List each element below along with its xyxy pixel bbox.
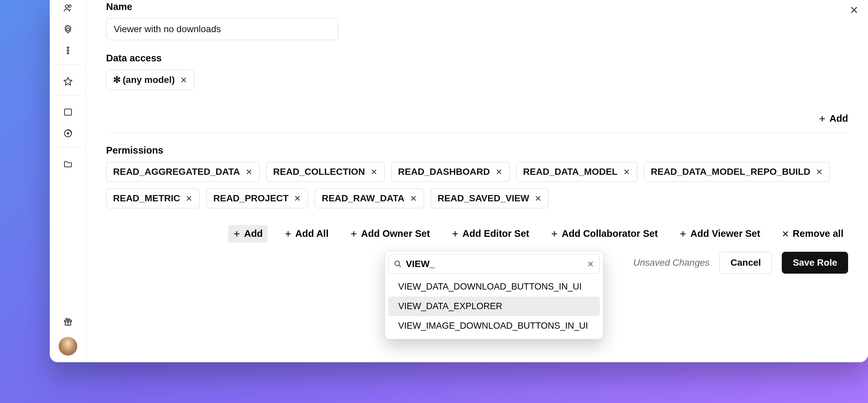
main-panel: Name Data access ✻(any model) Add Permis… bbox=[86, 0, 868, 362]
remove-chip-icon[interactable] bbox=[816, 168, 823, 176]
chip-label: READ_SAVED_VIEW bbox=[438, 193, 529, 204]
svg-marker-6 bbox=[64, 77, 72, 85]
add-data-access-button[interactable]: Add bbox=[818, 113, 848, 124]
app-window: Name Data access ✻(any model) Add Permis… bbox=[50, 0, 868, 362]
search-icon bbox=[394, 260, 402, 268]
permission-chip: READ_COLLECTION bbox=[266, 162, 384, 182]
data-access-label: Data access bbox=[106, 53, 848, 64]
dropdown-search-input[interactable] bbox=[406, 259, 583, 269]
svg-point-5 bbox=[67, 53, 69, 54]
permission-chip: READ_DATA_MODEL_REPO_BUILD bbox=[644, 162, 830, 182]
permission-chip: READ_PROJECT bbox=[206, 188, 308, 208]
name-input[interactable] bbox=[106, 18, 338, 40]
gear-icon[interactable] bbox=[62, 23, 74, 35]
add-editor-set-button[interactable]: Add Editor Set bbox=[446, 225, 534, 243]
remove-chip-icon[interactable] bbox=[370, 168, 378, 176]
remove-chip-icon[interactable] bbox=[294, 195, 301, 202]
remove-chip-icon[interactable] bbox=[410, 195, 417, 202]
dropdown-item[interactable]: VIEW_DATA_DOWNLOAD_BUTTONS_IN_UI bbox=[388, 277, 600, 297]
section-divider bbox=[106, 133, 848, 133]
avatar[interactable] bbox=[59, 337, 77, 355]
svg-point-12 bbox=[395, 261, 400, 266]
svg-point-1 bbox=[69, 5, 71, 7]
chip-label: READ_RAW_DATA bbox=[321, 193, 404, 204]
svg-point-0 bbox=[65, 5, 68, 8]
chip-label: READ_COLLECTION bbox=[273, 166, 365, 177]
svg-rect-7 bbox=[64, 109, 71, 116]
chip-label: READ_DASHBOARD bbox=[398, 166, 490, 177]
remove-chip-icon[interactable] bbox=[185, 195, 193, 202]
remove-chip-icon[interactable] bbox=[623, 168, 630, 176]
add-all-button[interactable]: Add All bbox=[279, 225, 333, 243]
unsaved-changes-label: Unsaved Changes bbox=[633, 257, 710, 268]
remove-chip-icon[interactable] bbox=[495, 168, 503, 176]
add-label: Add bbox=[830, 113, 848, 124]
add-collaborator-set-button[interactable]: Add Collaborator Set bbox=[546, 225, 662, 243]
add-viewer-set-button[interactable]: Add Viewer Set bbox=[674, 225, 765, 243]
chip-label: READ_DATA_MODEL bbox=[523, 166, 618, 177]
svg-point-4 bbox=[67, 50, 69, 52]
dropdown-item[interactable]: VIEW_DATA_EXPLORER bbox=[388, 297, 600, 316]
users-icon[interactable] bbox=[62, 2, 74, 14]
close-button[interactable] bbox=[847, 3, 861, 19]
chip-label: READ_PROJECT bbox=[213, 193, 288, 204]
chip-label: READ_METRIC bbox=[113, 193, 180, 204]
svg-point-3 bbox=[67, 47, 69, 49]
permission-chip: READ_DATA_MODEL bbox=[516, 162, 637, 182]
terminal-icon[interactable] bbox=[62, 106, 74, 118]
data-access-chip: ✻(any model) bbox=[106, 70, 194, 90]
permissions-label: Permissions bbox=[106, 145, 848, 156]
clear-search-button[interactable] bbox=[587, 260, 594, 268]
remove-chip-icon[interactable] bbox=[245, 168, 253, 176]
permission-chip: READ_RAW_DATA bbox=[315, 188, 424, 208]
more-vertical-icon[interactable] bbox=[62, 44, 74, 56]
sidebar bbox=[50, 0, 86, 362]
save-role-button[interactable]: Save Role bbox=[782, 252, 848, 274]
star-icon[interactable] bbox=[62, 75, 74, 87]
svg-point-9 bbox=[67, 133, 69, 134]
chip-label: ✻(any model) bbox=[113, 74, 175, 85]
permission-chip: READ_METRIC bbox=[106, 188, 199, 208]
remove-chip-icon[interactable] bbox=[180, 76, 187, 84]
permission-chip: READ_AGGREGATED_DATA bbox=[106, 162, 259, 182]
remove-all-button[interactable]: Remove all bbox=[777, 225, 848, 243]
permission-dropdown: VIEW_DATA_DOWNLOAD_BUTTONS_IN_UIVIEW_DAT… bbox=[384, 251, 603, 339]
gift-icon[interactable] bbox=[62, 316, 74, 328]
svg-point-2 bbox=[66, 28, 69, 31]
chip-label: READ_AGGREGATED_DATA bbox=[113, 166, 240, 177]
chip-label: READ_DATA_MODEL_REPO_BUILD bbox=[651, 166, 810, 177]
dropdown-item[interactable]: VIEW_IMAGE_DOWNLOAD_BUTTONS_IN_UI bbox=[388, 316, 600, 336]
target-icon[interactable] bbox=[62, 127, 74, 139]
name-label: Name bbox=[106, 1, 848, 12]
add-owner-set-button[interactable]: Add Owner Set bbox=[345, 225, 435, 243]
remove-chip-icon[interactable] bbox=[534, 195, 542, 202]
permission-chip: READ_SAVED_VIEW bbox=[431, 188, 549, 208]
cancel-button[interactable]: Cancel bbox=[719, 252, 772, 274]
dropdown-search bbox=[388, 254, 600, 274]
folder-icon[interactable] bbox=[62, 158, 74, 170]
permission-chip: READ_DASHBOARD bbox=[391, 162, 509, 182]
add-permission-button[interactable]: Add bbox=[228, 225, 267, 243]
